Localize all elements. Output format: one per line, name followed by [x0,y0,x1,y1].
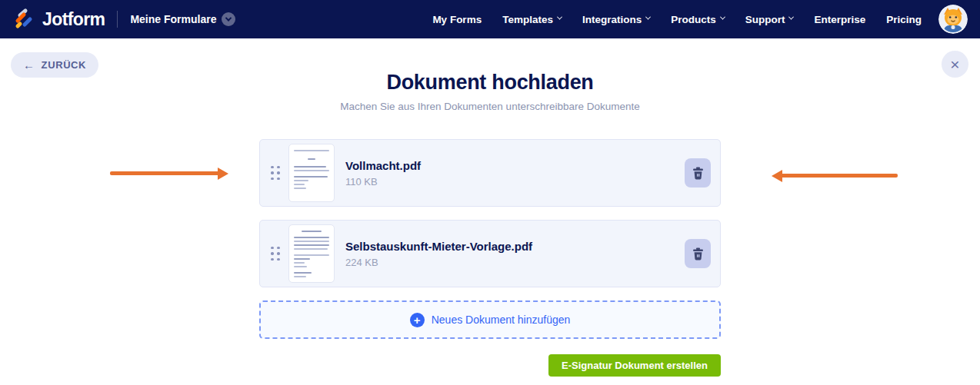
annotation-arrow-left [110,168,228,180]
file-meta: Vollmacht.pdf 110 KB [345,159,685,188]
user-avatar[interactable] [938,5,968,34]
brand-name: Jotform [42,9,105,30]
chevron-down-icon [222,12,235,26]
delete-file-button[interactable] [685,158,711,188]
jotform-logo[interactable]: Jotform [12,8,105,31]
nav-item-label: Products [671,14,716,25]
file-meta: Selbstauskunft-Mieter-Vorlage.pdf 224 KB [345,240,685,268]
plus-icon: + [410,313,425,327]
chevron-down-icon [720,15,725,20]
back-button[interactable]: ← ZURÜCK [11,52,98,78]
delete-file-button[interactable] [685,239,711,268]
uploaded-file-list: Vollmacht.pdf 110 KB [259,139,721,377]
nav-item-label: Pricing [886,14,922,25]
nav-item-pricing[interactable]: Pricing [886,14,922,25]
file-name: Selbstauskunft-Mieter-Vorlage.pdf [345,240,685,253]
nav-menu: My Forms Templates Integrations Products… [432,14,922,25]
add-document-button[interactable]: + Neues Dokument hinzufügen [259,300,721,339]
nav-item-support[interactable]: Support [745,14,794,25]
nav-item-enterprise[interactable]: Enterprise [814,14,865,25]
close-icon: × [950,56,959,72]
file-size: 110 KB [345,176,685,188]
nav-item-label: Integrations [582,14,642,25]
back-button-label: ZURÜCK [42,59,86,71]
file-card-selbstauskunft[interactable]: Selbstauskunft-Mieter-Vorlage.pdf 224 KB [259,220,721,287]
nav-item-label: Support [745,14,785,25]
document-thumbnail [288,224,335,283]
page: Jotform Meine Formulare My Forms Templat… [0,0,980,385]
nav-item-integrations[interactable]: Integrations [582,14,650,25]
trash-icon [692,247,704,261]
create-esign-document-button[interactable]: E-Signatur Dokument erstellen [548,354,721,377]
chevron-down-icon [645,15,651,20]
trash-icon [692,167,704,180]
chevron-down-icon [788,15,794,20]
nav-item-label: Enterprise [814,14,865,25]
file-name: Vollmacht.pdf [345,159,685,172]
add-document-label: Neues Dokument hinzufügen [432,314,571,326]
drag-handle-icon[interactable] [271,247,280,261]
nav-item-my-forms[interactable]: My Forms [432,14,482,25]
upload-dialog: Dokument hochladen Machen Sie aus Ihren … [0,38,980,377]
nav-item-products[interactable]: Products [671,14,725,25]
nav-item-label: Templates [502,14,553,25]
page-title: Dokument hochladen [0,71,980,95]
nav-item-label: My Forms [432,14,482,25]
chevron-down-icon [557,15,562,20]
drag-handle-icon[interactable] [271,166,280,181]
workspace-label: Meine Formulare [130,13,216,25]
file-card-vollmacht[interactable]: Vollmacht.pdf 110 KB [259,139,721,207]
dialog-actions: E-Signatur Dokument erstellen [259,354,721,377]
file-size: 224 KB [345,257,685,268]
document-thumbnail [288,144,335,202]
nav-divider [117,11,118,28]
page-subtitle: Machen Sie aus Ihren Dokumenten untersch… [0,101,980,112]
top-navbar: Jotform Meine Formulare My Forms Templat… [0,0,980,38]
jotform-logo-icon [12,8,35,31]
workspace-switcher[interactable]: Meine Formulare [130,12,235,26]
close-button[interactable]: × [942,51,968,78]
annotation-arrow-right [772,170,898,182]
back-arrow-icon: ← [23,59,35,71]
nav-item-templates[interactable]: Templates [502,14,562,25]
